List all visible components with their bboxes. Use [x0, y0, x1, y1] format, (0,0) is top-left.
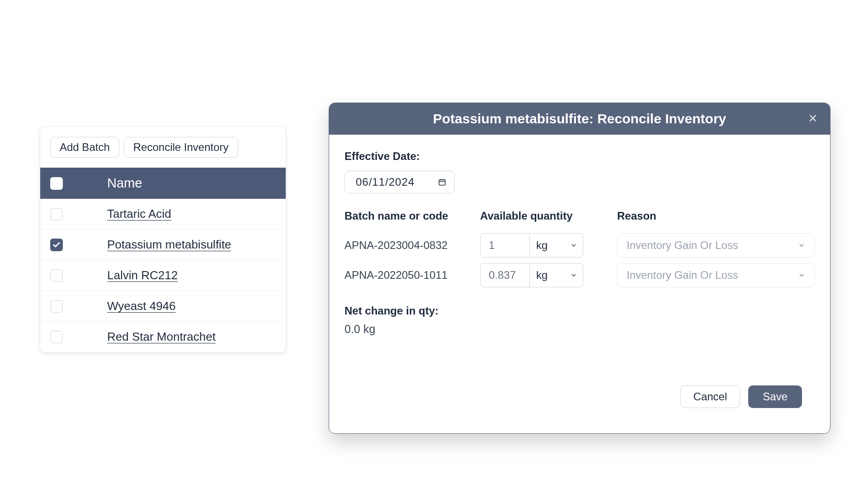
quantity-cell: kg: [480, 260, 595, 290]
batch-code: APNA-2023004-0832: [344, 230, 480, 260]
item-name-link[interactable]: Tartaric Acid: [107, 207, 171, 221]
dialog-title: Potassium metabisulfite: Reconcile Inven…: [433, 111, 726, 127]
select-all-checkbox[interactable]: [50, 177, 63, 190]
list-item: Lalvin RC212: [40, 260, 286, 291]
row-checkbox[interactable]: [50, 300, 63, 313]
row-checkbox[interactable]: [50, 208, 63, 221]
table-header: Name: [40, 168, 286, 199]
net-change-value: 0.0 kg: [344, 323, 815, 336]
dialog-header: Potassium metabisulfite: Reconcile Inven…: [329, 103, 830, 135]
row-checkbox[interactable]: [50, 269, 63, 282]
effective-date-input[interactable]: 06/11/2024: [344, 171, 455, 193]
chevron-down-icon: [798, 242, 805, 249]
cancel-button[interactable]: Cancel: [680, 385, 741, 408]
effective-date-value: 06/11/2024: [356, 176, 415, 188]
reconcile-dialog: Potassium metabisulfite: Reconcile Inven…: [329, 103, 830, 434]
reason-select[interactable]: Inventory Gain Or Loss: [617, 263, 815, 287]
reason-cell: Inventory Gain Or Loss: [595, 260, 815, 290]
quantity-input[interactable]: [480, 233, 530, 258]
list-item: Red Star Montrachet: [40, 322, 286, 352]
calendar-icon: [438, 178, 446, 186]
net-change-section: Net change in qty: 0.0 kg: [344, 305, 815, 336]
quantity-input[interactable]: [480, 263, 530, 287]
close-icon: [807, 113, 818, 124]
column-header-batch: Batch name or code: [344, 210, 480, 230]
svg-rect-2: [439, 180, 445, 185]
column-header-reason: Reason: [595, 210, 815, 230]
item-name-link[interactable]: Red Star Montrachet: [107, 330, 216, 344]
row-checkbox[interactable]: [50, 239, 63, 251]
column-header-quantity: Available quantity: [480, 210, 595, 230]
close-button[interactable]: [806, 111, 820, 127]
chevron-down-icon: [570, 242, 577, 249]
save-button[interactable]: Save: [748, 385, 802, 408]
batch-code: APNA-2022050-1011: [344, 260, 480, 290]
effective-date-label: Effective Date:: [344, 150, 815, 163]
reconcile-inventory-button[interactable]: Reconcile Inventory: [124, 137, 238, 158]
unit-select[interactable]: kg: [530, 263, 583, 287]
quantity-cell: kg: [480, 230, 595, 260]
add-batch-button[interactable]: Add Batch: [50, 137, 119, 158]
list-item: Tartaric Acid: [40, 199, 286, 230]
inventory-list-panel: Add Batch Reconcile Inventory Name Tarta…: [40, 127, 286, 352]
dialog-body: Effective Date: 06/11/2024 Batch name or…: [329, 135, 830, 433]
item-name-link[interactable]: Potassium metabisulfite: [107, 238, 231, 252]
chevron-down-icon: [798, 272, 805, 279]
chevron-down-icon: [570, 272, 577, 279]
unit-select[interactable]: kg: [530, 233, 583, 258]
toolbar: Add Batch Reconcile Inventory: [40, 127, 286, 168]
reconcile-grid: Batch name or code Available quantity Re…: [344, 210, 815, 290]
net-change-label: Net change in qty:: [344, 305, 815, 317]
row-checkbox[interactable]: [50, 331, 63, 343]
item-name-link[interactable]: Wyeast 4946: [107, 299, 176, 313]
column-header-name: Name: [107, 176, 142, 191]
reason-select[interactable]: Inventory Gain Or Loss: [617, 233, 815, 258]
list-item: Potassium metabisulfite: [40, 230, 286, 260]
item-name-link[interactable]: Lalvin RC212: [107, 268, 178, 282]
reason-cell: Inventory Gain Or Loss: [595, 230, 815, 260]
list-item: Wyeast 4946: [40, 291, 286, 322]
dialog-footer: Cancel Save: [344, 385, 815, 421]
